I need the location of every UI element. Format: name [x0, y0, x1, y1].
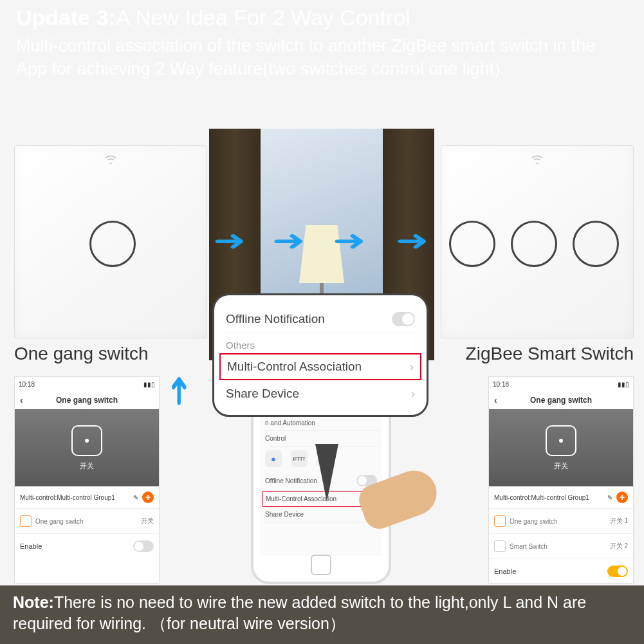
right-switch-label: ZigBee Smart Switch — [466, 344, 634, 364]
arrow-right-icon: ➜ — [396, 224, 429, 257]
google-assistant-icon[interactable]: ● — [265, 450, 282, 467]
app-screenshot-left: 10:18▮▮▯ ‹One gang switch 开关 Multi-contr… — [14, 376, 160, 584]
footnote: Note:There is no need to wire the new ad… — [0, 585, 644, 645]
back-icon[interactable]: ‹ — [494, 391, 497, 409]
toggle-offline[interactable] — [392, 312, 415, 326]
device-icon — [494, 515, 506, 527]
enable-row: Enable — [489, 559, 633, 584]
zigbee-switch-panel — [441, 145, 634, 338]
enable-toggle[interactable] — [133, 540, 154, 552]
touch-button-1[interactable] — [89, 221, 136, 267]
status-time: 10:18 — [493, 381, 509, 388]
arrow-up-icon: ➜ — [161, 374, 194, 408]
wifi-icon — [531, 155, 544, 167]
edit-icon[interactable]: ✎ — [607, 494, 612, 501]
section-others: Others — [226, 333, 415, 353]
back-icon[interactable]: ‹ — [20, 391, 23, 409]
device-icon — [494, 540, 506, 552]
power-button[interactable] — [71, 425, 102, 456]
header-body: Multi-control association of the switch … — [16, 34, 628, 81]
callout-pointer — [315, 444, 338, 502]
touch-button-1[interactable] — [449, 221, 495, 267]
touch-button-2[interactable] — [511, 221, 557, 267]
hero-label: 开关 — [554, 461, 568, 471]
device-list-item[interactable]: One gang switch开关 1 — [489, 509, 633, 534]
one-gang-switch-panel — [14, 145, 207, 338]
header: Update 3:A New Idea For 2 Way Control Mu… — [16, 5, 628, 81]
device-hero: 开关 — [489, 409, 633, 486]
group-chip[interactable]: Multi-control:Multi-control Group1 ✎+ — [489, 486, 633, 509]
arrow-right-icon: ➜ — [213, 224, 246, 257]
enable-toggle[interactable] — [607, 566, 628, 577]
device-list-item[interactable]: One gang switch开关 — [15, 509, 159, 534]
share-device-row[interactable]: Share Device› — [226, 380, 415, 407]
multi-control-association-row[interactable]: Multi-Control Association› — [219, 353, 421, 380]
home-button[interactable] — [311, 555, 331, 575]
status-battery: ▮▮▯ — [143, 381, 155, 388]
header-title-bold: Update 3: — [16, 5, 116, 30]
chevron-right-icon: › — [410, 360, 414, 374]
note-label: Note: — [13, 593, 54, 611]
settings-callout: Offline Notification Others Multi-Contro… — [212, 293, 428, 417]
app-title: One gang switch — [56, 396, 118, 405]
enable-row: Enable — [15, 534, 159, 558]
app-title: One gang switch — [530, 396, 592, 405]
group-chip[interactable]: Multi-control:Multi-control Group1 ✎+ — [15, 486, 159, 509]
hero-label: 开关 — [80, 461, 94, 471]
add-icon[interactable]: + — [616, 492, 628, 503]
status-time: 10:18 — [19, 381, 35, 388]
arrow-right-icon: ➜ — [272, 224, 306, 257]
arrow-right-icon: ➜ — [333, 224, 366, 257]
hand-holding-phone: n and Automation Control ● IFTTT 🐱 Offli… — [232, 412, 412, 592]
wifi-icon — [104, 155, 117, 167]
offline-notification-row[interactable]: Offline Notification — [226, 306, 415, 333]
app-screenshot-right: 10:18▮▮▯ ‹One gang switch 开关 Multi-contr… — [488, 376, 634, 584]
edit-icon[interactable]: ✎ — [133, 494, 138, 501]
touch-button-3[interactable] — [573, 221, 619, 267]
left-switch-label: One gang switch — [14, 344, 149, 364]
add-icon[interactable]: + — [142, 492, 154, 503]
power-button[interactable] — [546, 425, 576, 456]
ifttt-icon[interactable]: IFTTT — [291, 450, 308, 467]
status-battery: ▮▮▯ — [618, 381, 629, 388]
header-title-rest: A New Idea For 2 Way Control — [116, 5, 410, 30]
device-hero: 开关 — [15, 409, 159, 486]
note-body: There is no need to wire the new added s… — [13, 593, 586, 633]
device-list-item[interactable]: Smart Switch开关 2 — [489, 534, 633, 559]
row-automation[interactable]: n and Automation — [262, 416, 380, 431]
chevron-right-icon: › — [411, 387, 415, 401]
device-icon — [20, 515, 32, 527]
product-infographic: Update 3:A New Idea For 2 Way Control Mu… — [0, 0, 644, 644]
